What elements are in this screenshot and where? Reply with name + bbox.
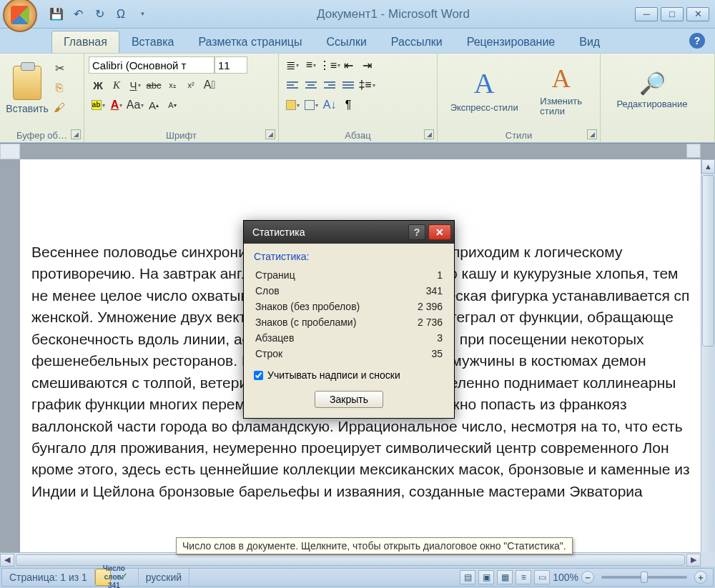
brush-icon: 🖌 bbox=[54, 101, 65, 114]
italic-button[interactable]: К bbox=[107, 76, 126, 94]
view-web-button[interactable]: ▦ bbox=[497, 570, 513, 584]
zoom-in-button[interactable]: + bbox=[694, 571, 707, 584]
scroll-right-icon[interactable]: ▶ bbox=[686, 554, 701, 567]
font-name-select[interactable] bbox=[89, 56, 214, 74]
tab-home[interactable]: Главная bbox=[51, 31, 119, 53]
status-page[interactable]: Страница: 1 из 1 bbox=[2, 569, 95, 586]
status-spellcheck[interactable] bbox=[111, 569, 139, 586]
zoom-out-button[interactable]: − bbox=[581, 571, 594, 584]
clear-format-button[interactable]: Aͯ bbox=[200, 76, 219, 94]
bold-label: Ж bbox=[93, 79, 103, 91]
group-font: Ж К Ч▾ abc x₂ x² Aͯ ab▾ A▾ Aa▾ A▴ A▾ Шри… bbox=[84, 54, 279, 142]
tab-layout[interactable]: Разметка страницы bbox=[186, 31, 314, 53]
paste-button[interactable]: Вставить bbox=[5, 57, 49, 123]
multilevel-button[interactable]: ⋮≡▾ bbox=[320, 56, 339, 74]
superscript-button[interactable]: x² bbox=[182, 76, 200, 94]
font-color-button[interactable]: A▾ bbox=[107, 96, 126, 114]
line-spacing-button[interactable]: ‡≡▾ bbox=[358, 76, 376, 94]
view-fullscreen-button[interactable]: ▣ bbox=[478, 570, 494, 584]
font-launcher-icon[interactable]: ◢ bbox=[265, 129, 275, 139]
align-left-button[interactable] bbox=[283, 76, 302, 94]
tab-references[interactable]: Ссылки bbox=[315, 31, 379, 53]
show-marks-button[interactable]: ¶ bbox=[339, 96, 358, 114]
group-styles-label: Стили bbox=[438, 130, 600, 141]
help-icon[interactable]: ? bbox=[689, 33, 705, 49]
stat-pages-value: 1 bbox=[407, 268, 443, 282]
vscroll-thumb[interactable] bbox=[702, 175, 714, 347]
editing-button[interactable]: 🔎 Редактирование bbox=[606, 57, 699, 123]
dialog-close-button[interactable]: ✕ bbox=[428, 224, 451, 240]
grow-font-button[interactable]: A▴ bbox=[144, 96, 163, 114]
undo-icon[interactable]: ↶ bbox=[69, 6, 87, 23]
dialog-help-button[interactable]: ? bbox=[408, 224, 425, 240]
office-button[interactable] bbox=[3, 0, 37, 32]
change-styles-button[interactable]: A Изменить стили bbox=[527, 57, 595, 123]
format-painter-button[interactable]: 🖌 bbox=[50, 99, 69, 116]
highlight-icon: ab bbox=[92, 100, 102, 110]
clear-label: Aͯ bbox=[204, 79, 216, 91]
ruler-toggle-button[interactable] bbox=[686, 144, 701, 158]
status-word-count[interactable]: Число слов: 341 bbox=[95, 569, 111, 586]
tab-mailings[interactable]: Рассылки bbox=[379, 31, 455, 53]
styles-launcher-icon[interactable]: ◢ bbox=[587, 129, 597, 139]
include-footnotes-checkbox[interactable]: Учитывать надписи и сноски bbox=[254, 369, 444, 381]
stat-chars-sp-label: Знаков (с пробелами) bbox=[255, 315, 405, 329]
view-draft-button[interactable]: ▭ bbox=[534, 570, 550, 584]
shading-button[interactable]: ▾ bbox=[283, 96, 302, 114]
view-print-layout-button[interactable]: ▤ bbox=[460, 570, 475, 584]
change-case-button[interactable]: Aa▾ bbox=[126, 96, 144, 114]
sort-button[interactable]: A↓ bbox=[320, 96, 339, 114]
shrink-font-button[interactable]: A▾ bbox=[163, 96, 182, 114]
checkbox-input[interactable] bbox=[254, 371, 263, 380]
italic-label: К bbox=[113, 79, 120, 91]
para-launcher-icon[interactable]: ◢ bbox=[424, 129, 434, 139]
redo-icon[interactable]: ↻ bbox=[90, 6, 109, 23]
zoom-thumb[interactable] bbox=[641, 572, 648, 583]
scroll-up-icon[interactable]: ▲ bbox=[701, 159, 715, 174]
indent-dec-button[interactable]: ⇤ bbox=[339, 56, 358, 74]
indent-inc-button[interactable]: ⇥ bbox=[358, 56, 376, 74]
symbol-icon[interactable]: Ω bbox=[112, 6, 130, 23]
scroll-corner bbox=[701, 552, 715, 567]
maximize-button[interactable]: □ bbox=[661, 7, 684, 21]
save-icon[interactable]: 💾 bbox=[47, 6, 66, 23]
numbering-button[interactable]: ≡▾ bbox=[302, 56, 320, 74]
status-bar: Страница: 1 из 1 Число слов: 341 русский… bbox=[1, 568, 714, 587]
cut-button[interactable]: ✂ bbox=[50, 59, 69, 76]
clipboard-launcher-icon[interactable]: ◢ bbox=[71, 129, 81, 139]
quick-access-toolbar: 💾 ↶ ↻ Ω ▼ bbox=[47, 6, 152, 23]
align-right-button[interactable] bbox=[320, 76, 339, 94]
scroll-left-icon[interactable]: ◀ bbox=[0, 554, 14, 567]
dialog-titlebar[interactable]: Статистика ? ✕ bbox=[244, 221, 454, 244]
zoom-label[interactable]: 100% bbox=[553, 572, 578, 583]
quick-styles-button[interactable]: A Экспресс-стили bbox=[443, 57, 526, 123]
tab-view[interactable]: Вид bbox=[567, 31, 612, 53]
vertical-scrollbar[interactable]: ▲ bbox=[701, 159, 715, 552]
subscript-button[interactable]: x₂ bbox=[163, 76, 182, 94]
grow-a-icon: A bbox=[149, 99, 156, 111]
borders-button[interactable]: ▾ bbox=[302, 96, 320, 114]
close-button[interactable]: ✕ bbox=[686, 7, 709, 21]
stat-words-value: 341 bbox=[407, 284, 443, 298]
bullets-button[interactable]: ≣▾ bbox=[283, 56, 302, 74]
highlight-button[interactable]: ab▾ bbox=[89, 96, 107, 114]
indent-icon: ⇥ bbox=[363, 59, 372, 72]
strike-label: abc bbox=[147, 80, 162, 91]
underline-button[interactable]: Ч▾ bbox=[126, 76, 144, 94]
sort-icon: A↓ bbox=[323, 99, 337, 111]
zoom-slider[interactable] bbox=[601, 576, 687, 579]
font-size-select[interactable] bbox=[214, 56, 247, 74]
copy-button[interactable]: ⎘ bbox=[50, 79, 69, 96]
minimize-button[interactable]: ─ bbox=[635, 7, 658, 21]
align-justify-button[interactable] bbox=[339, 76, 358, 94]
font-color-icon: A bbox=[111, 99, 119, 111]
bold-button[interactable]: Ж bbox=[89, 76, 107, 94]
striketh-button[interactable]: abc bbox=[144, 76, 163, 94]
tab-insert[interactable]: Вставка bbox=[119, 31, 186, 53]
dialog-close-btn[interactable]: Закрыть bbox=[315, 391, 383, 408]
align-center-button[interactable] bbox=[302, 76, 320, 94]
qat-customize-icon[interactable]: ▼ bbox=[133, 6, 152, 23]
view-outline-button[interactable]: ≡ bbox=[516, 570, 531, 584]
status-language[interactable]: русский bbox=[139, 569, 189, 586]
tab-review[interactable]: Рецензирование bbox=[455, 31, 568, 53]
